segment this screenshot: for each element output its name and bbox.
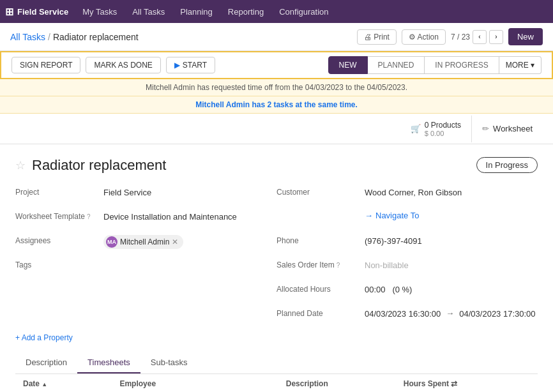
pagination-prev[interactable]: ‹ bbox=[473, 30, 487, 44]
customer-value: Wood Corner, Ron Gibson bbox=[365, 186, 462, 197]
status-bar: NEW PLANNED IN PROGRESS MORE ▾ bbox=[328, 56, 542, 74]
sign-report-button[interactable]: SIGN REPORT bbox=[11, 57, 80, 73]
navigate-label: Navigate To bbox=[375, 211, 419, 220]
start-button[interactable]: ▶ START bbox=[166, 57, 215, 73]
alert-time-off-text: Mitchell Admin has requested time off fr… bbox=[146, 83, 407, 92]
planned-date-end[interactable]: 04/03/2023 17:30:00 bbox=[459, 308, 535, 319]
allocated-hours-value: 00:00 (0 %) bbox=[365, 283, 412, 294]
task-title-row: ☆ Radiator replacement bbox=[15, 157, 166, 174]
products-button[interactable]: 🛒 0 Products $ 0.00 bbox=[400, 116, 472, 142]
form-row-tags: Tags bbox=[15, 259, 276, 277]
pagination: 7 / 23 ‹ › bbox=[451, 30, 503, 44]
col-description: Description bbox=[278, 374, 396, 392]
breadcrumb-bar: All Tasks / Radiator replacement 🖨 Print… bbox=[0, 23, 553, 51]
products-bar: 🛒 0 Products $ 0.00 ✏ Worksheet bbox=[0, 114, 553, 144]
start-icon: ▶ bbox=[174, 61, 180, 70]
customer-label: Customer bbox=[276, 186, 360, 197]
form-row-customer: Customer Wood Corner, Ron Gibson bbox=[276, 186, 538, 204]
col-employee: Employee bbox=[112, 374, 278, 392]
nav-all-tasks[interactable]: All Tasks bbox=[126, 4, 171, 19]
star-icon[interactable]: ☆ bbox=[15, 158, 26, 172]
pencil-icon: ✏ bbox=[482, 124, 489, 133]
mark-as-done-button[interactable]: MARK AS DONE bbox=[86, 57, 160, 73]
breadcrumb-parent[interactable]: All Tasks bbox=[10, 32, 45, 42]
nav-configuration[interactable]: Configuration bbox=[273, 4, 335, 19]
table-header-row: Date ▲ Employee Description Hours Spent … bbox=[15, 374, 538, 392]
form-row-assignees: Assignees MA Mitchell Admin ✕ bbox=[15, 235, 276, 253]
print-button[interactable]: 🖨 Print bbox=[357, 29, 397, 45]
planned-date-start[interactable]: 04/03/2023 16:30:00 bbox=[365, 308, 441, 319]
phone-value: (976)-397-4091 bbox=[365, 235, 422, 246]
products-info: 0 Products $ 0.00 bbox=[425, 121, 461, 137]
table-header: Date ▲ Employee Description Hours Spent … bbox=[15, 374, 538, 392]
timesheets-table: Date ▲ Employee Description Hours Spent … bbox=[15, 374, 538, 392]
navigate-spacer bbox=[276, 211, 360, 212]
task-header: ☆ Radiator replacement In Progress bbox=[15, 157, 538, 174]
action-bar: SIGN REPORT MARK AS DONE ▶ START NEW PLA… bbox=[0, 51, 553, 79]
col-hours: Hours Spent ⇄ bbox=[396, 374, 538, 392]
assignee-chip[interactable]: MA Mitchell Admin ✕ bbox=[103, 235, 183, 249]
nav-my-tasks[interactable]: My Tasks bbox=[76, 4, 123, 19]
worksheet-template-label: Worksheet Template ? bbox=[15, 211, 98, 221]
grid-icon: ⊞ bbox=[5, 6, 13, 18]
navigate-arrow: → bbox=[365, 211, 373, 220]
form-row-sales-order: Sales Order Item ? Non-billable bbox=[276, 259, 538, 277]
date-range-arrow: → bbox=[446, 308, 454, 318]
avatar: MA bbox=[106, 236, 117, 248]
nav-reporting[interactable]: Reporting bbox=[222, 4, 270, 19]
tab-description[interactable]: Description bbox=[15, 352, 77, 373]
sales-order-help-icon[interactable]: ? bbox=[337, 262, 340, 269]
status-planned[interactable]: PLANNED bbox=[368, 56, 425, 74]
tags-label: Tags bbox=[15, 259, 98, 269]
form-grid: Project Field Service Worksheet Template… bbox=[15, 186, 538, 326]
assignees-label: Assignees bbox=[15, 235, 98, 245]
form-row-worksheet: Worksheet Template ? Device Installation… bbox=[15, 211, 276, 229]
main-content: ☆ Radiator replacement In Progress Proje… bbox=[0, 144, 553, 392]
project-label: Project bbox=[15, 186, 98, 197]
cart-icon: 🛒 bbox=[411, 124, 421, 133]
worksheet-button[interactable]: ✏ Worksheet bbox=[472, 119, 543, 139]
form-row-allocated-hours: Allocated Hours 00:00 (0 %) bbox=[276, 283, 538, 301]
action-buttons: SIGN REPORT MARK AS DONE ▶ START bbox=[11, 57, 215, 73]
add-property[interactable]: + Add a Property bbox=[15, 333, 538, 342]
breadcrumb: All Tasks / Radiator replacement bbox=[10, 32, 139, 42]
assignee-name: Mitchell Admin bbox=[120, 237, 169, 246]
tab-subtasks[interactable]: Sub-tasks bbox=[140, 352, 198, 373]
col-date[interactable]: Date ▲ bbox=[15, 374, 112, 392]
form-row-planned-date: Planned Date 04/03/2023 16:30:00 → 04/03… bbox=[276, 308, 538, 326]
worksheet-template-value: Device Installation and Maintenance bbox=[103, 211, 237, 222]
status-in-progress[interactable]: IN PROGRESS bbox=[425, 56, 499, 74]
nav-planning[interactable]: Planning bbox=[174, 4, 219, 19]
date-sort-icon: ▲ bbox=[42, 381, 47, 388]
top-navigation: ⊞ Field Service My Tasks All Tasks Plann… bbox=[0, 0, 553, 23]
form-row-phone: Phone (976)-397-4091 bbox=[276, 235, 538, 253]
new-button[interactable]: New bbox=[508, 28, 543, 45]
worksheet-help-icon[interactable]: ? bbox=[87, 213, 91, 220]
products-amount: $ 0.00 bbox=[425, 130, 461, 137]
date-range: 04/03/2023 16:30:00 → 04/03/2023 17:30:0… bbox=[365, 308, 536, 319]
task-title: Radiator replacement bbox=[32, 157, 166, 174]
breadcrumb-separator: / bbox=[48, 32, 50, 42]
tab-timesheets[interactable]: Timesheets bbox=[77, 352, 140, 373]
action-button[interactable]: ⚙ Action bbox=[402, 29, 446, 45]
remove-assignee-icon[interactable]: ✕ bbox=[172, 237, 178, 246]
form-left-col: Project Field Service Worksheet Template… bbox=[15, 186, 276, 326]
pagination-count: 7 / 23 bbox=[451, 33, 470, 41]
form-right-col: Customer Wood Corner, Ron Gibson → Navig… bbox=[276, 186, 538, 326]
app-logo[interactable]: ⊞ Field Service bbox=[5, 6, 68, 18]
form-row-project: Project Field Service bbox=[15, 186, 276, 204]
sales-order-label: Sales Order Item ? bbox=[276, 259, 360, 269]
refresh-icon[interactable]: ⇄ bbox=[451, 379, 457, 388]
breadcrumb-current: Radiator replacement bbox=[53, 32, 139, 42]
status-badge: In Progress bbox=[476, 157, 538, 173]
worksheet-label: Worksheet bbox=[493, 124, 533, 133]
phone-label: Phone bbox=[276, 235, 360, 245]
start-label: START bbox=[183, 61, 207, 70]
app-name: Field Service bbox=[17, 7, 68, 17]
status-more[interactable]: MORE ▾ bbox=[499, 56, 542, 74]
pagination-next[interactable]: › bbox=[489, 30, 503, 44]
status-new[interactable]: NEW bbox=[328, 56, 368, 74]
planned-date-label: Planned Date bbox=[276, 308, 360, 318]
form-row-navigate: → Navigate To bbox=[276, 211, 538, 229]
navigate-to-link[interactable]: → Navigate To bbox=[365, 211, 419, 220]
